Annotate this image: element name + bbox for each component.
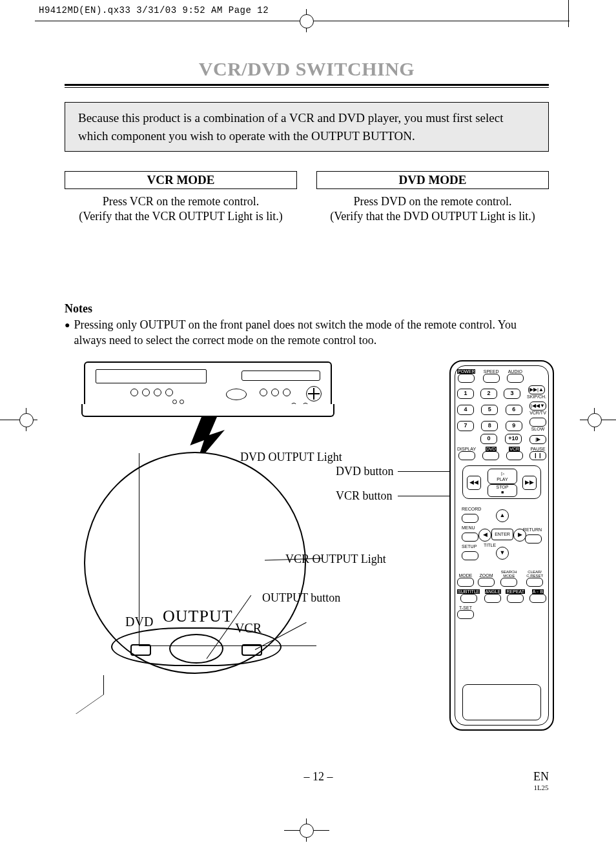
remote-control-illustration: POWER SPEED AUDIO 1 2 3 ▶▶|▲SKIP/CH. 4 5… xyxy=(449,360,554,731)
remote-vcrtv-button xyxy=(529,418,546,427)
callout-line xyxy=(139,645,316,646)
remote-num-7: 7 xyxy=(457,421,474,431)
remote-down-button: ▼ xyxy=(496,547,509,560)
remote-mode-button xyxy=(457,578,474,587)
remote-up-button: ▲ xyxy=(496,509,509,522)
remote-menu-label: MENU xyxy=(462,525,475,530)
remote-setup-label: SETUP xyxy=(462,544,477,549)
notes-heading: Notes xyxy=(65,302,549,316)
remote-vcr-label: VCR xyxy=(509,447,520,451)
remote-num-plus10: +10 xyxy=(505,434,522,444)
remote-repeat-button xyxy=(507,594,524,603)
remote-num-1: 1 xyxy=(457,389,474,399)
callout-line xyxy=(139,453,139,645)
registration-mark-icon xyxy=(14,408,37,431)
remote-skip-fwd-button: ▶▶|▲ xyxy=(528,385,545,394)
remote-title-label: TITLE xyxy=(484,543,496,547)
callout-output-button: OUTPUT button xyxy=(262,591,340,605)
remote-speed-button xyxy=(483,374,500,383)
remote-dvd-button xyxy=(482,451,499,460)
remote-clear-button xyxy=(526,578,543,587)
vcr-mode-line1: Press VCR on the remote control. xyxy=(65,194,297,209)
remote-dvd-label: DVD xyxy=(486,447,497,451)
remote-num-8: 8 xyxy=(481,421,498,431)
remote-rew-button: ◀◀ xyxy=(467,476,481,490)
remote-tset-button xyxy=(457,610,474,619)
vcr-mode-heading: VCR MODE xyxy=(65,171,297,189)
remote-subtitle-button xyxy=(460,594,477,603)
callout-vcr-button: VCR button xyxy=(336,489,393,503)
dvd-mode-column: DVD MODE Press DVD on the remote control… xyxy=(316,171,549,225)
vcr-mode-line2: (Verify that the VCR OUTPUT Light is lit… xyxy=(65,209,297,224)
page-title: VCR/DVD SWITCHING xyxy=(65,58,549,80)
remote-power-label: POWER xyxy=(457,369,475,374)
remote-angle-button xyxy=(484,594,501,603)
remote-num-4: 4 xyxy=(457,405,474,415)
remote-return-button xyxy=(525,534,542,543)
callout-dvd-light: DVD OUTPUT Light xyxy=(240,451,342,464)
remote-num-3: 3 xyxy=(504,389,520,399)
remote-repeat-label: REPEAT xyxy=(506,589,525,594)
remote-left-button: ◀ xyxy=(478,529,491,542)
page-footer: – 12 – EN 1L25 xyxy=(65,770,549,791)
remote-speed-label: SPEED xyxy=(484,369,499,374)
remote-ff-button: ▶▶ xyxy=(522,476,537,490)
registration-mark-icon xyxy=(582,408,606,431)
registration-mark-icon xyxy=(294,818,318,842)
notes-section: Notes ● Pressing only OUTPUT on the fron… xyxy=(65,302,549,349)
remote-record-button xyxy=(462,514,478,523)
remote-audio-label: AUDIO xyxy=(508,369,522,374)
callout-vcr-light: VCR OUTPUT Light xyxy=(285,553,386,566)
remote-mode-label: MODE xyxy=(459,573,473,578)
remote-num-5: 5 xyxy=(481,405,498,415)
dvd-mode-line2: (Verify that the DVD OUTPUT Light is lit… xyxy=(316,209,549,224)
remote-power-button xyxy=(458,374,475,383)
callout-line xyxy=(103,675,104,695)
footer-code: 1L25 xyxy=(533,784,549,791)
remote-skipch-label: SKIP/CH. xyxy=(527,394,546,399)
remote-audio-button xyxy=(507,374,524,383)
remote-subtitle-label: SUBTITLE xyxy=(457,589,480,594)
callout-line xyxy=(76,695,104,714)
remote-ab-label: A－B xyxy=(532,589,544,594)
remote-pause-label: PAUSE xyxy=(530,447,545,451)
remote-vcr-button xyxy=(506,451,523,460)
remote-record-label: RECORD xyxy=(462,507,481,511)
remote-num-6: 6 xyxy=(506,405,522,415)
callout-dvd-button: DVD button xyxy=(336,465,394,478)
player-unit-illustration xyxy=(84,361,332,416)
footer-lang: EN xyxy=(533,770,549,783)
output-button-graphic xyxy=(169,634,223,664)
notes-item-text: Pressing only OUTPUT on the front panel … xyxy=(74,317,549,349)
remote-display-label: DISPLAY xyxy=(457,447,476,451)
crop-header-text: H9412MD(EN).qx33 3/31/03 9:52 AM Page 12 xyxy=(39,5,269,15)
remote-search-label: SEARCH MODE xyxy=(498,570,519,578)
remote-zoom-label: ZOOM xyxy=(480,573,493,578)
remote-zoom-button xyxy=(478,578,495,587)
remote-skip-back-button: |◀◀▼ xyxy=(529,401,546,411)
intro-box: Because this product is a combination of… xyxy=(65,102,549,152)
remote-angle-label: ANGLE xyxy=(485,589,502,594)
remote-slow-label: SLOW xyxy=(531,427,545,431)
remote-enter-button: ENTER xyxy=(491,529,513,540)
registration-mark-icon xyxy=(294,9,318,32)
remote-setup-button xyxy=(462,551,478,560)
divider xyxy=(65,84,549,86)
remote-search-button xyxy=(500,578,517,587)
remote-transport-pad: ◀◀ ▷PLAY STOP■ ▶▶ xyxy=(462,465,541,499)
remote-stop-button: STOP■ xyxy=(488,484,517,497)
remote-num-9: 9 xyxy=(506,421,522,431)
zoom-output-label: OUTPUT xyxy=(163,607,233,626)
remote-num-0: 0 xyxy=(480,434,497,444)
page-number: – 12 – xyxy=(103,770,533,791)
dvd-mode-line1: Press DVD on the remote control. xyxy=(316,194,549,209)
dvd-mode-heading: DVD MODE xyxy=(316,171,549,189)
remote-tset-label: T-SET xyxy=(459,605,472,610)
remote-vcrtv-label: VCR/TV xyxy=(529,411,546,415)
remote-ab-button xyxy=(529,594,546,603)
remote-display-button xyxy=(458,451,475,460)
remote-num-2: 2 xyxy=(480,389,497,399)
bullet-icon: ● xyxy=(65,317,74,332)
remote-nav-cluster: RECORD MENU SETUP ▲ ◀ ENTER ▶ ▼ RETURN T… xyxy=(462,505,542,567)
remote-slow-button: |▶ xyxy=(529,435,546,444)
